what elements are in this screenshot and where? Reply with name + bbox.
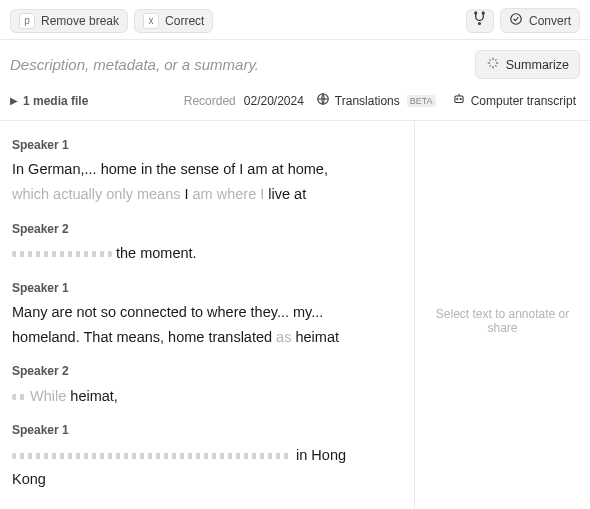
recorded-date: 02/20/2024 [244, 94, 304, 108]
transcript-panel[interactable]: Speaker 1In German,... home in the sense… [0, 121, 415, 509]
remove-break-button[interactable]: p Remove break [10, 9, 128, 33]
sparkle-icon [486, 56, 500, 73]
toolbar-left: p Remove break x Correct [10, 9, 213, 33]
toolbar-right: Convert [466, 8, 580, 33]
transcript-text: live at [268, 186, 306, 202]
waveform-placeholder [12, 251, 112, 257]
media-file-toggle[interactable]: ▶ 1 media file [10, 94, 88, 108]
transcript-text: am where I [193, 186, 269, 202]
speaker-label: Speaker 2 [12, 219, 404, 239]
svg-point-6 [456, 98, 457, 99]
transcript-line[interactable]: which actually only means I am where I l… [12, 182, 404, 207]
transcript-text: heimat [295, 329, 339, 345]
transcript-text: homeland. That means, home translated [12, 329, 276, 345]
transcript-text: as [276, 329, 295, 345]
transcript-text: Kong [12, 471, 46, 487]
transcript-text: In German,... home in the sense of I am … [12, 161, 328, 177]
waveform-placeholder [12, 453, 292, 459]
sub-bar-right: Recorded 02/20/2024 Translations BETA Co… [184, 89, 580, 112]
transcript-text: Many are not so connected to where they.… [12, 304, 323, 320]
transcript-line[interactable]: the moment. [12, 241, 404, 266]
summarize-button[interactable]: Summarize [475, 50, 580, 79]
convert-button[interactable]: Convert [500, 8, 580, 33]
summarize-label: Summarize [506, 58, 569, 72]
svg-point-2 [479, 23, 481, 25]
sub-bar: ▶ 1 media file Recorded 02/20/2024 Trans… [0, 85, 590, 121]
chevron-right-icon: ▶ [10, 95, 18, 106]
svg-point-3 [511, 14, 522, 25]
transcript-line[interactable]: While heimat, [12, 384, 404, 409]
toolbar: p Remove break x Correct Convert [0, 0, 590, 40]
recorded-label: Recorded [184, 94, 236, 108]
speaker-label: Speaker 1 [12, 278, 404, 298]
computer-transcript-button[interactable]: Computer transcript [448, 89, 580, 112]
svg-rect-5 [455, 96, 463, 102]
computer-transcript-label: Computer transcript [471, 94, 576, 108]
svg-point-7 [460, 98, 461, 99]
speaker-label: Speaker 2 [12, 361, 404, 381]
remove-break-key: p [19, 13, 35, 29]
waveform-placeholder [12, 394, 26, 400]
transcript-line[interactable]: Kong [12, 467, 404, 492]
beta-badge: BETA [407, 95, 436, 107]
transcript-text: which actually only means [12, 186, 184, 202]
correct-button[interactable]: x Correct [134, 9, 213, 33]
meta-row: Description, metadata, or a summary. Sum… [0, 40, 590, 85]
transcript-text: in Hong [292, 447, 346, 463]
transcript-line[interactable]: in Hong [12, 443, 404, 468]
convert-label: Convert [529, 14, 571, 28]
globe-icon [316, 92, 330, 109]
translations-label: Translations [335, 94, 400, 108]
correct-key: x [143, 13, 159, 29]
speaker-label: Speaker 1 [12, 420, 404, 440]
convert-icon [509, 12, 523, 29]
robot-icon [452, 92, 466, 109]
transcript-line[interactable]: Many are not so connected to where they.… [12, 300, 404, 325]
transcript-text: the moment. [112, 245, 197, 261]
annotation-sidebar: Select text to annotate or share [415, 121, 590, 509]
speaker-label: Speaker 1 [12, 135, 404, 155]
transcript-text: While [26, 388, 70, 404]
translations-button[interactable]: Translations BETA [312, 89, 440, 112]
media-file-label: 1 media file [23, 94, 88, 108]
sidebar-hint: Select text to annotate or share [425, 307, 580, 335]
branch-icon [472, 11, 487, 30]
branch-button[interactable] [466, 9, 494, 33]
transcript-text: heimat, [70, 388, 118, 404]
transcript-line[interactable]: In German,... home in the sense of I am … [12, 157, 404, 182]
description-input[interactable]: Description, metadata, or a summary. [10, 56, 475, 73]
correct-label: Correct [165, 14, 204, 28]
remove-break-label: Remove break [41, 14, 119, 28]
transcript-text: I [184, 186, 192, 202]
transcript-line[interactable]: homeland. That means, home translated as… [12, 325, 404, 350]
main-area: Speaker 1In German,... home in the sense… [0, 121, 590, 509]
